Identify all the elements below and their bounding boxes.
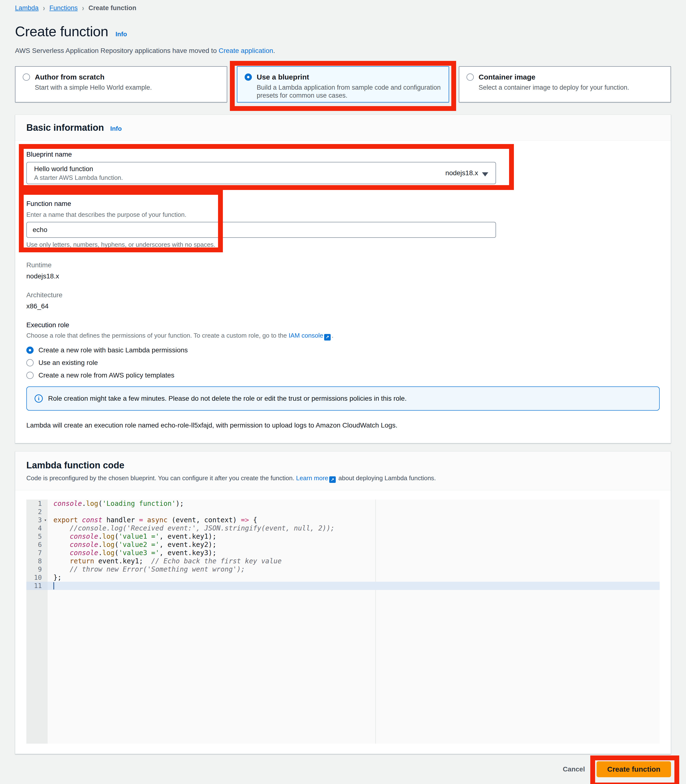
- breadcrumb-separator-icon: ›: [43, 3, 45, 13]
- line-number: 9: [26, 565, 47, 573]
- editor-content[interactable]: console.log('Loading function');export c…: [47, 500, 660, 744]
- execution-role-description: Choose a role that defines the permissio…: [26, 332, 660, 341]
- subtitle-period: .: [273, 47, 275, 54]
- breadcrumb-current: Create function: [88, 4, 136, 12]
- function-name-description: Enter a name that describes the purpose …: [26, 211, 496, 219]
- blueprint-selected-name: Hello world function: [34, 165, 123, 173]
- page-title-info-link[interactable]: Info: [116, 31, 127, 38]
- card-title: Container image: [479, 73, 536, 81]
- runtime-value: nodejs18.x: [26, 272, 660, 280]
- code-line: // throw new Error('Something went wrong…: [54, 565, 660, 573]
- radio-unselected-icon[interactable]: [23, 74, 30, 81]
- card-title: Use a blueprint: [257, 73, 309, 81]
- code-panel-description-suffix: about deploying Lambda functions.: [337, 474, 436, 482]
- basic-information-heading: Basic information: [26, 122, 104, 133]
- code-line: console.log('value3 =', event.key3);: [54, 549, 660, 557]
- create-function-button[interactable]: Create function: [596, 761, 671, 777]
- function-name-input[interactable]: [26, 222, 496, 238]
- line-number: 11: [26, 582, 47, 590]
- code-line: //console.log('Received event:', JSON.st…: [54, 524, 660, 532]
- blueprint-selected-description: A starter AWS Lambda function.: [34, 174, 123, 181]
- breadcrumb: Lambda › Functions › Create function: [0, 0, 686, 12]
- card-use-a-blueprint[interactable]: Use a blueprint Build a Lambda applicati…: [237, 66, 449, 103]
- blueprint-select[interactable]: Hello world function A starter AWS Lambd…: [26, 162, 496, 184]
- architecture-field: Architecture x86_64: [26, 291, 660, 310]
- breadcrumb-separator-icon: ›: [82, 3, 84, 13]
- runtime-field: Runtime nodejs18.x: [26, 261, 660, 280]
- breadcrumb-link-functions[interactable]: Functions: [49, 4, 78, 12]
- external-link-icon[interactable]: ↗: [324, 334, 331, 341]
- execution-role-options: Create a new role with basic Lambda perm…: [26, 345, 660, 381]
- runtime-label: Runtime: [26, 261, 660, 269]
- line-number: 1: [26, 500, 47, 508]
- code-editor[interactable]: 123▾4567891011 console.log('Loading func…: [26, 500, 660, 744]
- card-description: Start with a simple Hello World example.: [35, 83, 219, 91]
- basic-information-panel: Basic information Info Blueprint name He…: [15, 114, 671, 443]
- role-option-label: Use an existing role: [38, 359, 98, 367]
- cancel-button[interactable]: Cancel: [563, 765, 585, 773]
- code-panel-description-text: Code is preconfigured by the chosen blue…: [26, 474, 296, 482]
- line-number: 10: [26, 573, 47, 582]
- iam-console-link[interactable]: IAM console: [289, 332, 323, 339]
- execution-role-note: Lambda will create an execution role nam…: [26, 421, 660, 430]
- execution-role-description-text: Choose a role that defines the permissio…: [26, 332, 289, 339]
- line-number: 5: [26, 532, 47, 541]
- role-option-create-basic[interactable]: Create a new role with basic Lambda perm…: [26, 345, 660, 356]
- breadcrumb-link-lambda[interactable]: Lambda: [15, 4, 39, 12]
- role-creation-info-alert: i Role creation might take a few minutes…: [26, 386, 660, 411]
- page-title: Create function: [15, 23, 108, 39]
- editor-lines: console.log('Loading function');export c…: [47, 500, 660, 590]
- radio-unselected-icon[interactable]: [26, 359, 34, 366]
- blueprint-runtime-tag: nodejs18.x: [446, 169, 478, 177]
- code-line: export const handler = async (event, con…: [54, 516, 660, 524]
- editor-gutter: 123▾4567891011: [26, 500, 47, 744]
- subtitle-text: AWS Serverless Application Repository ap…: [15, 47, 219, 54]
- lambda-function-code-panel: Lambda function code Code is preconfigur…: [15, 451, 671, 754]
- function-name-constraint: Use only letters, numbers, hyphens, or u…: [26, 241, 496, 248]
- line-number: 2: [26, 508, 47, 516]
- info-circle-icon: i: [34, 394, 43, 403]
- function-name-label: Function name: [26, 199, 496, 208]
- radio-selected-icon[interactable]: [26, 346, 34, 354]
- creation-option-cards: Author from scratch Start with a simple …: [15, 66, 671, 103]
- execution-role-label: Execution role: [26, 321, 660, 329]
- card-description: Build a Lambda application from sample c…: [257, 83, 441, 100]
- page-subtitle: AWS Serverless Application Repository ap…: [15, 47, 686, 55]
- code-line: };: [54, 573, 660, 582]
- radio-unselected-icon[interactable]: [26, 372, 34, 379]
- line-number: 7: [26, 549, 47, 557]
- line-number: 6: [26, 541, 47, 549]
- card-container-image[interactable]: Container image Select a container image…: [459, 66, 671, 103]
- architecture-value: x86_64: [26, 302, 660, 310]
- blueprint-name-label: Blueprint name: [26, 150, 496, 158]
- role-option-policy-templates[interactable]: Create a new role from AWS policy templa…: [26, 370, 660, 381]
- create-application-link[interactable]: Create application: [219, 47, 273, 54]
- line-number: 8: [26, 557, 47, 565]
- role-option-label: Create a new role with basic Lambda perm…: [38, 346, 188, 354]
- role-option-existing[interactable]: Use an existing role: [26, 358, 660, 368]
- radio-unselected-icon[interactable]: [467, 74, 474, 81]
- code-line: console.log('value2 =', event.key2);: [54, 541, 660, 549]
- line-number: 3▾: [26, 516, 47, 524]
- function-name-field: Function name Enter a name that describe…: [26, 199, 496, 248]
- basic-information-info-link[interactable]: Info: [110, 125, 122, 132]
- code-line: console.log('value1 =', event.key1);: [54, 532, 660, 541]
- execution-role-description-period: .: [332, 332, 333, 339]
- create-function-page: Lambda › Functions › Create function Cre…: [0, 0, 686, 784]
- code-line: [54, 508, 660, 516]
- role-option-label: Create a new role from AWS policy templa…: [38, 371, 174, 379]
- code-panel-heading: Lambda function code: [26, 460, 124, 471]
- code-panel-description: Code is preconfigured by the chosen blue…: [26, 474, 660, 483]
- fold-caret-icon[interactable]: ▾: [44, 516, 47, 524]
- code-line: return event.key1; // Echo back the firs…: [54, 557, 660, 565]
- caret-down-icon: [482, 172, 488, 176]
- blueprint-field: Blueprint name Hello world function A st…: [26, 150, 496, 184]
- radio-selected-icon[interactable]: [245, 74, 252, 81]
- card-author-from-scratch[interactable]: Author from scratch Start with a simple …: [15, 66, 227, 103]
- external-link-icon[interactable]: ↗: [329, 476, 336, 483]
- execution-role-field: Execution role Choose a role that define…: [26, 321, 660, 430]
- learn-more-link[interactable]: Learn more: [296, 474, 328, 482]
- architecture-label: Architecture: [26, 291, 660, 299]
- code-line: [47, 582, 660, 590]
- alert-text: Role creation might take a few minutes. …: [48, 394, 407, 403]
